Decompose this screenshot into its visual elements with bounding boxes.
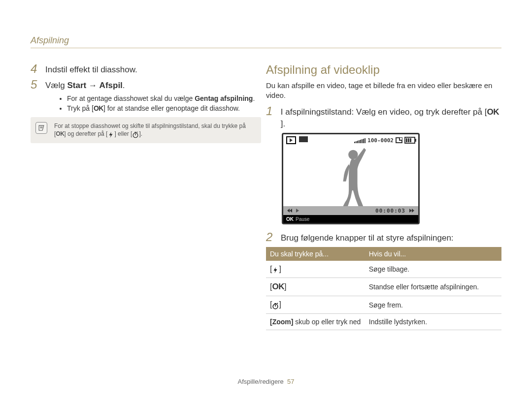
- table-row: [Zoom] skub op eller tryk ned Indstille …: [266, 313, 501, 330]
- section-title: Afspilning: [31, 35, 69, 45]
- right-column: Afspilning af videoklip Du kan afspille …: [266, 63, 501, 330]
- ok-icon: OK: [94, 104, 103, 112]
- ok-icon: OK: [487, 106, 499, 118]
- play-icon: [296, 208, 299, 214]
- step-4: 4 Indstil effekt til diasshow.: [31, 63, 261, 76]
- memory-card-icon: [396, 137, 402, 143]
- list-item: For at gentage diasshowet skal du vælge …: [67, 94, 261, 102]
- ok-icon: OK: [56, 130, 64, 138]
- table-cell-key: []: [266, 296, 365, 313]
- text: .: [253, 94, 255, 102]
- lcd-status-bar: 100-0002: [283, 134, 418, 145]
- step-text: I afspilningstilstand: Vælg en video, og…: [281, 105, 501, 130]
- table-row: [] Søge frem.: [266, 296, 501, 313]
- step5-bullets: For at gentage diasshowet skal du vælge …: [47, 94, 261, 112]
- step-number: 1: [266, 105, 276, 117]
- file-counter: 100-0002: [367, 137, 394, 144]
- note-icon: [35, 122, 47, 134]
- step-text: Brug følgende knapper til at styre afspi…: [281, 231, 454, 244]
- table-header: Du skal trykke på...: [266, 247, 365, 261]
- battery-icon: [404, 137, 415, 144]
- controls-table: Du skal trykke på... Hvis du vil... [] S…: [266, 247, 501, 330]
- note-text: For at stoppe diasshowet og skifte til a…: [54, 122, 255, 138]
- table-cell-key: [OK]: [266, 278, 365, 296]
- table-cell-key: []: [266, 261, 365, 278]
- text-bold: Start: [67, 81, 86, 90]
- text: →: [86, 81, 99, 90]
- table-row: [] Søge tilbage.: [266, 261, 501, 278]
- intro-paragraph: Du kan afspille en video, tage et billed…: [266, 81, 501, 100]
- fastforward-icon: [409, 209, 414, 213]
- step-1: 1 I afspilningstilstand: Vælg en video, …: [266, 105, 501, 130]
- flash-icon: [107, 130, 114, 138]
- step-2: 2 Brug følgende knapper til at styre afs…: [266, 231, 501, 244]
- text: .: [123, 81, 125, 90]
- table-header: Hvis du vil...: [365, 247, 501, 261]
- text: ] for at standse eller genoptage dit dia…: [103, 104, 240, 112]
- text: ].: [139, 130, 142, 137]
- text: For at stoppe diasshowet og skifte til a…: [54, 123, 246, 129]
- flash-icon: [272, 266, 279, 274]
- playback-timer: 00:00:03: [375, 208, 405, 214]
- text: ] eller [: [114, 130, 132, 137]
- ok-icon: OK: [272, 282, 284, 292]
- table-cell-value: Indstille lydstyrken.: [365, 313, 501, 330]
- text: ] og derefter på [: [64, 130, 107, 137]
- lcd-status-label: Pause: [296, 216, 309, 222]
- lcd-control-bar: 00:00:03: [283, 206, 418, 215]
- subsection-heading: Afspilning af videoklip: [266, 63, 501, 77]
- ok-icon: OK: [286, 216, 294, 222]
- text: For at gentage diasshowet skal du vælge: [67, 94, 195, 102]
- text: Tryk på [: [67, 104, 94, 112]
- lcd-footer: OK Pause: [283, 215, 418, 223]
- text-bold: [Zoom]: [270, 318, 293, 326]
- page-number: 57: [287, 378, 294, 385]
- playback-mode-icon: [286, 136, 296, 144]
- step-5: 5 Vælg Start → Afspil.: [31, 79, 261, 92]
- step-number: 5: [31, 79, 40, 91]
- text: ].: [281, 119, 285, 128]
- table-cell-key: [Zoom] skub op eller tryk ned: [266, 313, 365, 330]
- text-bold: Afspil: [100, 81, 123, 90]
- page-footer: Afspille/redigere 57: [0, 378, 532, 385]
- footer-label: Afspille/redigere: [238, 378, 284, 385]
- table-row: Du skal trykke på... Hvis du vil...: [266, 247, 501, 261]
- note-box: For at stoppe diasshowet og skifte til a…: [31, 117, 261, 143]
- text: I afspilningstilstand: Vælg en video, og…: [281, 107, 487, 117]
- table-cell-value: Standse eller fortsætte afspilningen.: [365, 278, 501, 296]
- table-cell-value: Søge frem.: [365, 296, 501, 313]
- step-text: Vælg Start → Afspil.: [45, 79, 125, 92]
- text-bold: Gentag afspilning: [195, 94, 253, 102]
- step-text: Indstil effekt til diasshow.: [45, 63, 137, 76]
- left-column: 4 Indstil effekt til diasshow. 5 Vælg St…: [31, 63, 261, 143]
- rewind-icon: [287, 209, 292, 213]
- section-header: Afspilning: [31, 35, 501, 48]
- table-cell-value: Søge tilbage.: [365, 261, 501, 278]
- lcd-screenshot: 100-0002: [282, 133, 420, 224]
- video-icon: [299, 136, 308, 142]
- timer-icon: [132, 130, 139, 138]
- timer-icon: [272, 302, 279, 309]
- text: Vælg: [45, 81, 67, 90]
- video-preview: [283, 145, 418, 207]
- step-number: 2: [266, 231, 276, 243]
- text: skub op eller tryk ned: [293, 318, 361, 326]
- step-number: 4: [31, 63, 40, 75]
- volume-icon: [354, 137, 366, 143]
- table-row: [OK] Standse eller fortsætte afspilninge…: [266, 278, 501, 296]
- list-item: Tryk på [OK] for at standse eller genopt…: [67, 104, 261, 112]
